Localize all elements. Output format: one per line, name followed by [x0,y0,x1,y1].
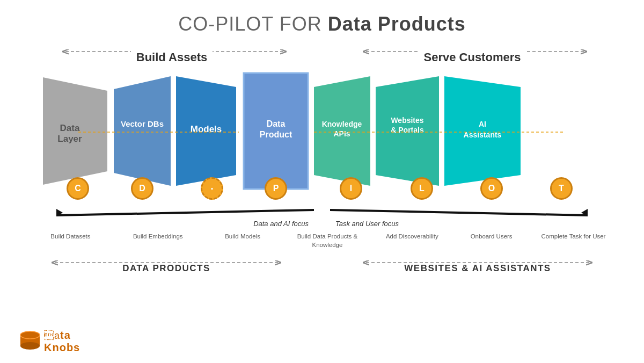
data-layer-text: Data [60,123,80,133]
circle-p: P [265,177,287,200]
data-product-text: Data [267,119,286,128]
label-build-embeddings: Build Embeddings [120,232,195,241]
circle-c: C [67,177,89,200]
logo-text-data: ata [44,329,80,342]
knowledge-apis-text: Knowledge [322,120,362,128]
svg-marker-2 [56,209,314,216]
label-build-datasets: Build Datasets [33,232,108,241]
main-diagram: Data Layer Vector DBs Models Data Produc… [27,67,617,193]
svg-point-10 [20,342,40,350]
vector-dbs-shape [114,76,171,186]
data-product-text2: Product [260,130,292,139]
svg-marker-4 [330,209,588,216]
label-complete-task: Complete Task for User [536,232,611,241]
label-build-data-products: Build Data Products &Knowledge [290,232,365,249]
logo-text-knobs: Knobs [44,342,80,353]
label-onboard-users: Onboard Users [459,232,524,241]
label-add-discoverability: Add Discoverability [377,232,447,241]
build-assets-label: Build Assets [131,50,213,64]
left-focus-line [56,204,314,216]
right-focus-label: Task and User focus [330,220,588,228]
websites-text: Websites [391,116,423,125]
circle-t: T [550,177,573,200]
models-text: Models [191,124,222,134]
logo: ata Knobs [19,329,80,353]
circle-i: I [340,177,362,200]
websites-text2: & Portals [391,126,424,134]
knowledge-apis-text2: APIs [333,129,350,138]
right-focus-line [330,204,588,216]
footer-right-title: WEBSITES & AI ASSISTANTS [398,263,557,274]
left-focus-label: Data and AI focus [56,220,314,228]
ai-assistants-text: AI [479,120,486,128]
circle-d: D [131,177,153,200]
label-build-models: Build Models [208,232,277,241]
logo-icon [19,330,41,353]
vector-dbs-text: Vector DBs [121,119,164,128]
page-title: CO-PILOT FOR Data Products [0,0,644,35]
circle-o: O [480,177,503,200]
serve-customers-label: Serve Customers [419,50,526,64]
data-layer-text2: Layer [57,134,82,144]
footer-left-title: DATA PRODUCTS [116,263,217,274]
circle-l: L [411,177,433,200]
circle-dot: · [201,177,223,200]
